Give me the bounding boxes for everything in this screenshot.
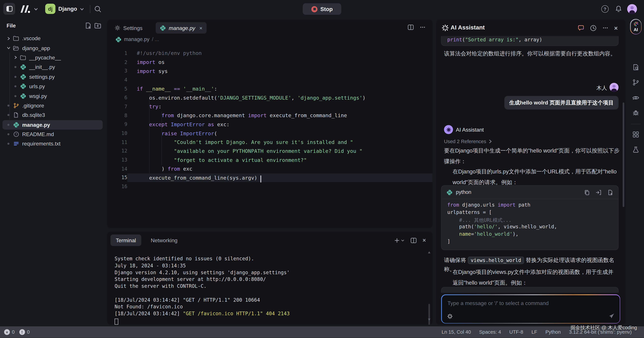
terminal-line: Quit the server with CONTROL-C. bbox=[114, 283, 427, 290]
project-chevron-down-icon[interactable] bbox=[80, 7, 84, 11]
status-item[interactable]: Spaces: 4 bbox=[479, 329, 501, 335]
file-tree: .vscodedjango_app__pycache____init__.pys… bbox=[0, 34, 105, 149]
user-message-bubble: 生成hello wolrd 页面并且直接用于这个项目 bbox=[504, 96, 618, 110]
chat-input[interactable] bbox=[446, 298, 615, 308]
tab-manage-py[interactable]: manage.py × bbox=[156, 22, 206, 34]
tree-item-django_app[interactable]: django_app bbox=[0, 43, 105, 53]
copy-code-icon[interactable] bbox=[584, 189, 590, 195]
tree-item-__init__.py[interactable]: __init__.py bbox=[0, 62, 105, 72]
tab-terminal[interactable]: Terminal bbox=[110, 235, 142, 246]
code-line-12[interactable]: 12 "available on your PYTHONPATH environ… bbox=[107, 147, 432, 156]
scroll-up-icon[interactable] bbox=[428, 251, 430, 253]
help-icon[interactable]: ? bbox=[601, 5, 608, 13]
code-line-2[interactable]: 2import os bbox=[107, 58, 432, 67]
modified-dot bbox=[14, 76, 16, 78]
terminal-output[interactable]: System check identified no issues (0 sil… bbox=[114, 249, 427, 323]
code-review-eye-icon[interactable] bbox=[632, 94, 640, 101]
status-item[interactable]: LF bbox=[532, 329, 537, 335]
code-line-8[interactable]: 8 from django.core.management import exe… bbox=[107, 111, 432, 120]
tree-item-db.sqlite3[interactable]: db.sqlite3 bbox=[0, 110, 105, 120]
explorer-title: File bbox=[6, 23, 16, 29]
debug-bug-icon[interactable] bbox=[632, 109, 640, 116]
tab-settings[interactable]: Settings bbox=[110, 22, 146, 34]
stop-server-button[interactable]: Stop bbox=[303, 3, 341, 15]
code-line-3[interactable]: 3import sys bbox=[107, 67, 432, 75]
tree-item-settings.py[interactable]: settings.py bbox=[0, 72, 105, 82]
code-line-7[interactable]: 7 try: bbox=[107, 102, 432, 111]
references-toggle[interactable]: Used 2 References bbox=[444, 139, 492, 144]
new-terminal-icon[interactable] bbox=[394, 238, 404, 243]
file-search-icon[interactable] bbox=[632, 64, 640, 71]
stop-icon bbox=[311, 6, 318, 12]
terminal-scrollbar[interactable] bbox=[428, 250, 431, 322]
ai-assistant-tool-button[interactable]: AI bbox=[630, 19, 642, 34]
search-icon[interactable] bbox=[94, 5, 102, 13]
sidebar-toggle-button[interactable] bbox=[3, 3, 15, 15]
gear-icon bbox=[114, 25, 120, 31]
errors-icon[interactable]: × bbox=[4, 329, 10, 335]
scrollbar-thumb[interactable] bbox=[428, 304, 430, 325]
more-options-icon[interactable] bbox=[419, 24, 426, 30]
code-block-partial bbox=[441, 287, 618, 293]
close-panel-icon[interactable]: × bbox=[614, 24, 618, 31]
tree-item-.vscode[interactable]: .vscode bbox=[0, 34, 105, 43]
tree-item-README.md[interactable]: ?README.md bbox=[0, 130, 105, 139]
code-line: #... 其他URL模式... bbox=[447, 217, 618, 224]
split-editor-icon[interactable] bbox=[407, 24, 414, 30]
code-line-6[interactable]: 6 os.environ.setdefault('DJANGO_SETTINGS… bbox=[107, 93, 432, 102]
more-options-icon[interactable] bbox=[602, 25, 609, 31]
code-line-13[interactable]: 13 "forget to activate a virtual environ… bbox=[107, 156, 432, 165]
close-tab-icon[interactable]: × bbox=[200, 25, 202, 31]
status-item[interactable]: Ln 15, Col 40 bbox=[442, 329, 471, 335]
experiments-flask-icon[interactable] bbox=[632, 146, 640, 153]
split-terminal-icon[interactable] bbox=[410, 237, 417, 243]
tree-item-__pycache__[interactable]: __pycache__ bbox=[0, 53, 105, 62]
python-icon bbox=[160, 25, 166, 31]
terminal-line: System check identified no issues (0 sil… bbox=[114, 256, 427, 263]
code-line-16[interactable]: 16 bbox=[107, 182, 432, 191]
code-line-5[interactable]: 5if __name__ == '__main__': bbox=[107, 84, 432, 93]
svg-text:?: ? bbox=[15, 133, 17, 136]
tab-networking[interactable]: Networking bbox=[146, 235, 183, 246]
code-line-9[interactable]: 9 except ImportError as exc: bbox=[107, 120, 432, 129]
history-icon[interactable] bbox=[590, 24, 597, 31]
user-avatar[interactable] bbox=[627, 4, 637, 14]
new-folder-icon[interactable] bbox=[94, 22, 102, 29]
code-line-15[interactable]: 15 execute_from_command_line(sys.argv) bbox=[107, 173, 432, 182]
terminal-line: Starting development server at http://0.… bbox=[114, 276, 427, 283]
new-file-from-code-icon[interactable] bbox=[608, 189, 613, 195]
status-item[interactable]: UTF-8 bbox=[509, 329, 523, 335]
status-item[interactable]: Python bbox=[546, 329, 561, 335]
code-line-1[interactable]: 1#!/usr/bin/env python bbox=[107, 49, 432, 58]
code-line-11[interactable]: 11 "Couldn't import Django. Are you sure… bbox=[107, 138, 432, 147]
ide-logo[interactable] bbox=[19, 4, 32, 13]
folderOpen-icon bbox=[13, 45, 19, 51]
breadcrumb[interactable]: manage.py / ... bbox=[116, 34, 159, 44]
code-line-14[interactable]: 14 ) from exc bbox=[107, 165, 432, 173]
chat-thread[interactable]: print("Sorted array is:", array) 该算法会对给定… bbox=[436, 36, 626, 293]
code-line-4[interactable]: 4 bbox=[107, 75, 432, 84]
tree-item-urls.py[interactable]: urls.py bbox=[0, 82, 105, 91]
git-branch-icon[interactable] bbox=[632, 79, 640, 86]
tree-item-wsgi.py[interactable]: wsgi.py bbox=[0, 91, 105, 101]
insert-code-icon[interactable] bbox=[596, 189, 602, 195]
tree-item-requirements.txt[interactable]: requirements.txt bbox=[0, 139, 105, 149]
project-selector[interactable]: Django bbox=[58, 6, 77, 12]
code-line: from django.urls import path bbox=[447, 202, 618, 209]
extensions-grid-icon[interactable] bbox=[632, 131, 640, 138]
warnings-icon[interactable]: ! bbox=[19, 329, 25, 335]
tree-item-manage.py[interactable]: manage.py bbox=[0, 120, 105, 129]
tree-item-.gitignore[interactable]: .gitignore bbox=[0, 101, 105, 110]
new-file-icon[interactable] bbox=[84, 22, 92, 29]
code-line-10[interactable]: 10 raise ImportError( bbox=[107, 129, 432, 138]
scroll-down-icon[interactable] bbox=[428, 319, 430, 321]
notifications-bell-icon[interactable] bbox=[614, 5, 623, 13]
code-block-partial: print("Sorted array is:", array) bbox=[441, 36, 618, 46]
new-chat-icon[interactable] bbox=[578, 25, 585, 31]
close-terminal-icon[interactable]: × bbox=[422, 237, 426, 244]
chat-scrollbar-thumb[interactable] bbox=[622, 102, 624, 207]
code-editor[interactable]: 1#!/usr/bin/env python2import os3import … bbox=[107, 44, 432, 228]
ai-avatar bbox=[444, 125, 453, 134]
logo-chevron-down-icon[interactable] bbox=[34, 7, 38, 11]
send-message-icon[interactable] bbox=[608, 313, 615, 319]
